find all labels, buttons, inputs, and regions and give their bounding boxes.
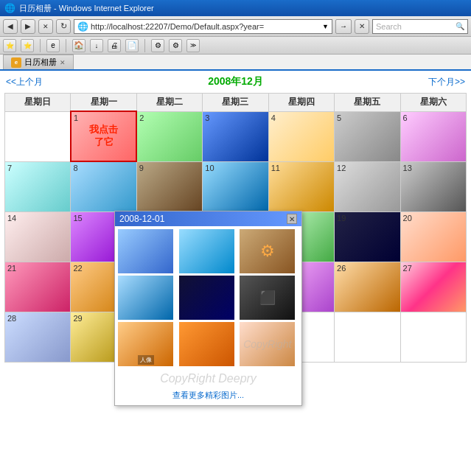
favorites-icon[interactable]: ⭐ [3,39,16,52]
day-number-26: 26 [337,264,346,273]
popup-thumb-9[interactable]: CopyRight [240,322,295,366]
search-bar[interactable]: Search 🔍 [372,19,468,34]
calendar-cell-empty4 [335,312,400,362]
calendar-row-1: 1 我点击了它 2 3 4 5 [5,111,467,161]
next-month-link[interactable]: 下个月>> [428,76,465,88]
calendar-cell-2[interactable]: 2 [136,111,202,161]
calendar-cell-28[interactable]: 28 [5,312,71,362]
day-number-13: 13 [403,164,412,172]
popup-close-button[interactable]: ✕ [287,214,297,224]
photo-grid: ⚙ ⬛ 人像 CopyRight [118,229,299,366]
prev-month-link[interactable]: <<上个月 [6,76,43,88]
calendar-cell-11[interactable]: 11 [268,161,334,211]
home-icon[interactable]: 🏠 [72,39,86,52]
day-number-3: 3 [205,113,209,122]
popup-thumb-8[interactable] [179,322,234,366]
day-number-22: 22 [73,264,82,273]
toolbar-separator3 [144,39,145,52]
popup-body: ⚙ ⬛ 人像 CopyRight CopyRight De [115,226,301,405]
calendar-cell-empty1 [5,111,71,161]
feeds-icon[interactable]: ⭐ [21,39,34,52]
ie-icon[interactable]: e [46,39,60,52]
popup-thumb-6[interactable]: ⬛ [240,276,295,320]
tab-label: 日历相册 [24,57,57,68]
forward-button[interactable]: ▶ [21,19,35,34]
photo-popup: 2008-12-01 ✕ ⚙ ⬛ 人像 [114,211,302,406]
calendar-cell-empty5 [400,312,466,362]
page-icon[interactable]: 📄 [125,39,139,52]
calendar-cell-21[interactable]: 21 [5,262,71,312]
dropdown-icon[interactable]: ▼ [322,23,329,30]
help-icon[interactable]: ⚙ [169,39,182,52]
refresh-button[interactable]: ↻ [56,19,71,34]
calendar-cell-12[interactable]: 12 [335,161,400,211]
browser-title: 日历相册 - Windows Internet Explorer [19,3,154,14]
day-number-28: 28 [7,314,16,323]
calendar-cell-26[interactable]: 26 [335,262,400,312]
weekday-header-sat: 星期六 [400,94,466,112]
day-number-20: 20 [403,214,412,223]
stop-button[interactable]: ✕ [38,19,53,34]
calendar-cell-13[interactable]: 13 [400,161,466,211]
day-number-21: 21 [7,264,16,273]
calendar-cell-5[interactable]: 5 [335,111,400,161]
calendar-cell-4[interactable]: 4 [268,111,334,161]
calendar-cell-20[interactable]: 20 [400,211,466,262]
feeds-icon2[interactable]: ↓ [90,39,103,52]
calendar-cell-9[interactable]: 9 [136,161,202,211]
weekday-header-thu: 星期四 [268,94,334,112]
calendar-cell-1[interactable]: 1 我点击了它 [71,111,136,161]
popup-title: 2008-12-01 [119,214,164,224]
print-icon[interactable]: 🖨 [108,39,121,52]
calendar-title: 2008年12月 [208,75,263,88]
day-number-12: 12 [337,164,346,172]
calendar-nav: <<上个月 2008年12月 下个月>> [4,71,467,93]
tools-icon2[interactable]: ⚙ [151,39,164,52]
calendar-cell-3[interactable]: 3 [203,111,268,161]
second-toolbar: ⭐ ⭐ e 🏠 ↓ 🖨 📄 ⚙ ⚙ ≫ [0,37,471,55]
day-number-7: 7 [7,164,12,172]
tab-close-icon[interactable]: ✕ [60,59,66,66]
weekday-header-sun: 星期日 [5,94,71,112]
day-number-5: 5 [337,113,341,122]
main-tab[interactable]: e 日历相册 ✕ [3,55,74,69]
calendar-cell-6[interactable]: 6 [400,111,466,161]
weekday-header-fri: 星期五 [335,94,400,112]
browser-titlebar: 🌐 日历相册 - Windows Internet Explorer [0,0,471,16]
copyright-watermark: CopyRight Deepry [118,369,299,388]
back-button[interactable]: ◀ [3,19,18,34]
day-number-9: 9 [139,164,144,172]
go-button[interactable]: → [335,19,352,34]
popup-footer-link[interactable]: 查看更多精彩图片... [118,388,299,402]
popup-thumb-5[interactable] [179,276,234,320]
day-number-15: 15 [73,214,82,223]
calendar-cell-19[interactable]: 19 [335,211,400,262]
day-number-6: 6 [403,113,408,122]
day-number-29: 29 [73,314,82,323]
address-bar[interactable]: 🌐 http://localhost:22207/Demo/Default.as… [74,19,332,34]
toolbar-separator [40,39,41,52]
popup-thumb-7[interactable]: 人像 [118,322,173,366]
popup-thumb-2[interactable] [179,229,234,273]
tabs-bar: e 日历相册 ✕ [0,55,471,71]
calendar-cell-14[interactable]: 14 [5,211,71,262]
calendar-cell-10[interactable]: 10 [203,161,268,211]
day-number-10: 10 [205,164,214,172]
calendar-cell-8[interactable]: 8 [71,161,136,211]
day-number-8: 8 [73,164,77,172]
popup-thumb-3[interactable]: ⚙ [240,229,295,273]
extra-icon[interactable]: ≫ [186,39,200,52]
day-number-27: 27 [403,264,412,273]
popup-titlebar: 2008-12-01 ✕ [115,211,301,226]
weekday-header-tue: 星期二 [136,94,202,112]
calendar-cell-7[interactable]: 7 [5,161,71,211]
browser-toolbar: ◀ ▶ ✕ ↻ 🌐 http://localhost:22207/Demo/De… [0,16,471,37]
calendar-header-row: 星期日 星期一 星期二 星期三 星期四 星期五 星期六 [5,94,467,112]
address-text: http://localhost:22207/Demo/Default.aspx… [91,22,264,31]
calendar-cell-27[interactable]: 27 [400,262,466,312]
popup-thumb-4[interactable] [118,276,173,320]
popup-thumb-1[interactable] [118,229,173,273]
tools-button[interactable]: ✕ [355,19,369,34]
browser-favicon: 🌐 [4,3,15,13]
weekday-header-mon: 星期一 [71,94,136,112]
